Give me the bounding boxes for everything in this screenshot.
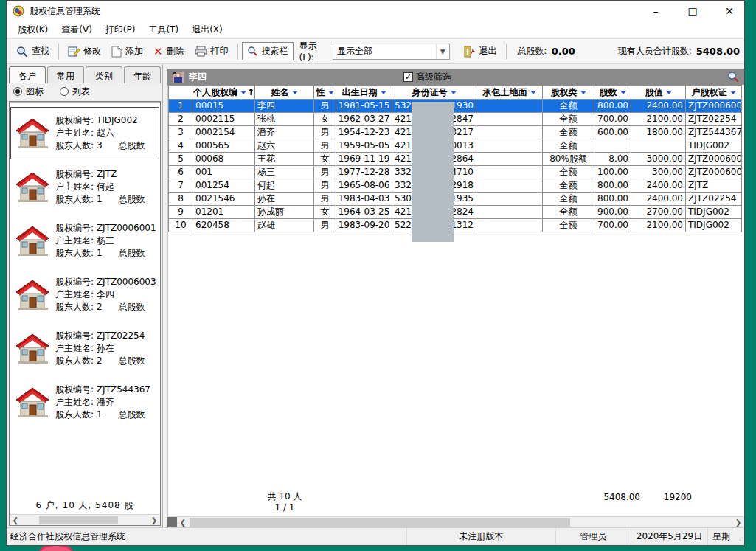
- filter-dropdown-icon[interactable]: [381, 91, 386, 97]
- table-cell[interactable]: [476, 193, 543, 206]
- table-cell[interactable]: 1962-03-27: [336, 113, 392, 126]
- table-cell[interactable]: TIDJG002: [686, 219, 742, 232]
- table-cell[interactable]: 800.00: [594, 193, 631, 206]
- table-cell[interactable]: 80%股额: [543, 153, 594, 166]
- table-row[interactable]: 30002154潘齐男1954-12-23421123217全额600.0018…: [168, 126, 744, 139]
- table-cell[interactable]: 潘齐: [255, 126, 314, 139]
- scroll-right-icon[interactable]: ❯: [148, 515, 160, 525]
- column-header[interactable]: 性: [314, 85, 336, 100]
- table-cell[interactable]: [476, 206, 543, 219]
- table-cell[interactable]: ZJTZ02254: [686, 193, 742, 206]
- table-cell[interactable]: 001254: [193, 179, 255, 193]
- table-cell[interactable]: 800.00: [594, 100, 631, 113]
- scroll-right-icon[interactable]: ❯: [732, 517, 744, 527]
- table-row[interactable]: 20002115张桃女1962-03-27421122847全额700.0021…: [168, 113, 744, 126]
- table-cell[interactable]: 4: [168, 139, 193, 153]
- table-cell[interactable]: 1954-12-23: [336, 126, 392, 139]
- table-cell[interactable]: 0021546: [193, 193, 255, 206]
- filter-dropdown-icon[interactable]: [328, 91, 334, 97]
- table-cell[interactable]: 2100.00: [631, 113, 686, 126]
- table-cell[interactable]: 男: [314, 100, 336, 113]
- table-cell[interactable]: TIDJG002: [686, 206, 742, 219]
- table-cell[interactable]: 6: [168, 166, 193, 179]
- table-cell[interactable]: ZJTZ544367: [686, 126, 742, 139]
- delete-button[interactable]: ✕ 删除: [148, 42, 190, 60]
- icon-view-radio[interactable]: 图标: [13, 86, 44, 98]
- chevron-down-icon[interactable]: ▼: [436, 44, 449, 59]
- table-cell[interactable]: 全额: [543, 206, 594, 219]
- table-cell[interactable]: [631, 139, 686, 153]
- column-header[interactable]: 承包土地面: [476, 85, 543, 100]
- tab-common[interactable]: 常用: [47, 66, 84, 83]
- filter-dropdown-icon[interactable]: [666, 91, 672, 97]
- table-cell[interactable]: [476, 113, 543, 126]
- table-cell[interactable]: [594, 139, 631, 153]
- household-item[interactable]: 股权编号: ZJTZ544367 户主姓名: 潘齐 股东人数: 1总股数: [10, 375, 160, 429]
- maximize-button[interactable]: □: [685, 5, 700, 17]
- table-cell[interactable]: 00068: [193, 153, 255, 166]
- minimize-button[interactable]: –: [648, 5, 663, 17]
- display-filter-select[interactable]: 显示全部 ▼: [333, 44, 450, 60]
- scroll-thumb[interactable]: [190, 518, 570, 527]
- household-item[interactable]: 股权编号: TIDJG002 户主姓名: 赵六 股东人数: 3总股数: [10, 106, 160, 160]
- menu-print[interactable]: 打印(P): [99, 21, 142, 38]
- table-cell[interactable]: [476, 139, 543, 153]
- table-cell[interactable]: 1800.00: [631, 126, 686, 139]
- tab-category[interactable]: 类别: [86, 66, 122, 83]
- edit-button[interactable]: 修改: [63, 42, 106, 60]
- table-cell[interactable]: 女: [314, 113, 336, 126]
- filter-dropdown-icon[interactable]: [620, 91, 626, 97]
- menu-view[interactable]: 查看(V): [55, 21, 99, 38]
- table-cell[interactable]: 1983-09-20: [336, 219, 392, 232]
- table-cell[interactable]: 孙在: [255, 193, 314, 206]
- table-row[interactable]: 10620458赵雄男1983-09-20522321312全额700.0021…: [168, 219, 744, 232]
- menu-equity[interactable]: 股权(K): [11, 21, 55, 38]
- table-cell[interactable]: 李四: [255, 100, 314, 113]
- table-cell[interactable]: 1: [168, 100, 193, 113]
- menu-tools[interactable]: 工具(T): [142, 21, 185, 38]
- table-cell[interactable]: ZJTZ02254: [686, 113, 742, 126]
- scroll-left-icon[interactable]: ❮: [177, 517, 189, 527]
- table-cell[interactable]: 3: [168, 126, 193, 139]
- household-item[interactable]: 股权编号: ZJTZ0006001 户主姓名: 杨三 股东人数: 1总股数: [10, 214, 160, 268]
- table-cell[interactable]: 全额: [543, 100, 594, 113]
- column-header[interactable]: 姓名: [255, 85, 314, 100]
- checkbox-checked-icon[interactable]: ✓: [403, 72, 413, 82]
- column-header[interactable]: 身份证号: [392, 85, 476, 100]
- table-cell[interactable]: 100.00: [594, 166, 631, 179]
- table-cell[interactable]: 1964-03-25: [336, 206, 392, 219]
- table-cell[interactable]: 张桃: [255, 113, 314, 126]
- column-header[interactable]: 股权类: [543, 85, 594, 100]
- table-cell[interactable]: 10: [168, 219, 193, 232]
- table-row[interactable]: 80021546孙在男1983-04-03530321935全额800.0024…: [168, 193, 744, 206]
- table-cell[interactable]: ZJTZ: [686, 179, 742, 193]
- table-cell[interactable]: 600.00: [594, 126, 631, 139]
- column-header[interactable]: 出生日期: [336, 85, 392, 100]
- table-cell[interactable]: 01201: [193, 206, 255, 219]
- filter-dropdown-icon[interactable]: [730, 91, 736, 97]
- table-cell[interactable]: 001: [193, 166, 255, 179]
- filter-dropdown-icon[interactable]: [530, 91, 536, 97]
- table-cell[interactable]: 1959-05-05: [336, 139, 392, 153]
- table-cell[interactable]: 0002154: [193, 126, 255, 139]
- table-cell[interactable]: 全额: [543, 139, 594, 153]
- column-header[interactable]: 户股权证: [686, 85, 742, 100]
- table-cell[interactable]: 全额: [543, 193, 594, 206]
- table-cell[interactable]: 2700.00: [631, 206, 686, 219]
- table-cell[interactable]: 2400.00: [631, 193, 686, 206]
- scrollbar-gripper[interactable]: [167, 517, 177, 527]
- table-cell[interactable]: 2400.00: [631, 100, 686, 113]
- table-cell[interactable]: 全额: [543, 166, 594, 179]
- add-button[interactable]: 添加: [106, 42, 148, 60]
- table-cell[interactable]: 700.00: [594, 113, 631, 126]
- table-cell[interactable]: ZJTZ0006001: [686, 166, 742, 179]
- table-cell[interactable]: [476, 219, 543, 232]
- table-cell[interactable]: ZJTZ0006003: [686, 153, 742, 166]
- household-item[interactable]: 股权编号: ZJTZ 户主姓名: 何起 股东人数: 1总股数: [10, 160, 160, 214]
- filter-dropdown-icon[interactable]: [240, 91, 246, 97]
- table-cell[interactable]: 全额: [543, 126, 594, 139]
- table-cell[interactable]: 杨三: [255, 166, 314, 179]
- table-cell[interactable]: [476, 100, 543, 113]
- scroll-left-icon[interactable]: ❮: [10, 515, 21, 525]
- filter-dropdown-icon[interactable]: [451, 91, 457, 97]
